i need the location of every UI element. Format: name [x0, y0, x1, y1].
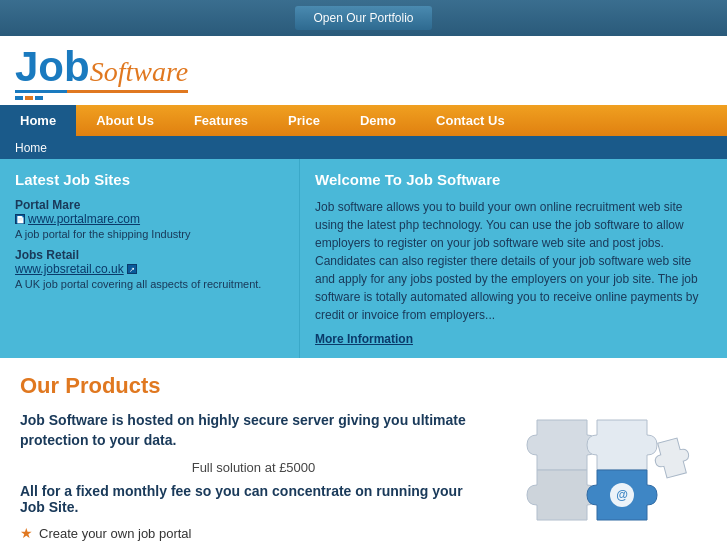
- breadcrumb-home[interactable]: Home: [15, 141, 47, 155]
- products-title: Our Products: [20, 373, 487, 399]
- left-panel: Latest Job Sites Portal Mare 📄 www.porta…: [0, 159, 300, 358]
- products-section: Our Products Job Software is hosted on h…: [0, 358, 727, 545]
- breadcrumb-bar: Home: [0, 136, 727, 159]
- site-url-1[interactable]: 📄 www.portalmare.com: [15, 212, 284, 226]
- products-left: Our Products Job Software is hosted on h…: [20, 373, 487, 545]
- right-panel-title: Welcome To Job Software: [315, 171, 712, 188]
- main-content: Latest Job Sites Portal Mare 📄 www.porta…: [0, 159, 727, 358]
- nav-item-price[interactable]: Price: [268, 105, 340, 136]
- logo: JobSoftware: [15, 46, 188, 100]
- site-desc-1: A job portal for the shipping Industry: [15, 228, 284, 240]
- nav-item-contact[interactable]: Contact Us: [416, 105, 525, 136]
- logo-job: Job: [15, 43, 90, 90]
- nav-item-about[interactable]: About Us: [76, 105, 174, 136]
- logo-software: Software: [90, 56, 189, 87]
- svg-text:@: @: [616, 488, 628, 502]
- site-url-2[interactable]: www.jobsretail.co.uk ↗: [15, 262, 284, 276]
- bullet-list: ★ Create your own job portal ★ Target jo…: [20, 525, 487, 545]
- logo-underline: [15, 90, 188, 93]
- products-right: @: [507, 373, 707, 545]
- top-bar: Open Our Portfolio: [0, 0, 727, 36]
- site-name-2: Jobs Retail: [15, 248, 284, 262]
- portfolio-button[interactable]: Open Our Portfolio: [295, 6, 431, 30]
- fixed-fee-text: All for a fixed monthly fee so you can c…: [20, 483, 487, 515]
- nav-item-features[interactable]: Features: [174, 105, 268, 136]
- nav-item-home[interactable]: Home: [0, 105, 76, 136]
- full-solution-text: Full solution at £5000: [20, 460, 487, 475]
- external-icon-1: 📄: [15, 214, 25, 224]
- star-icon-1: ★: [20, 525, 33, 541]
- site-name-1: Portal Mare: [15, 198, 284, 212]
- header: JobSoftware: [0, 36, 727, 105]
- welcome-body-text: Job software allows you to build your ow…: [315, 198, 712, 324]
- site-desc-2: A UK job portal covering all aspects of …: [15, 278, 284, 290]
- left-panel-title: Latest Job Sites: [15, 171, 284, 188]
- external-icon-2: ↗: [127, 264, 137, 274]
- bullet-item-1: ★ Create your own job portal: [20, 525, 487, 541]
- right-panel: Welcome To Job Software Job software all…: [300, 159, 727, 358]
- puzzle-image: @: [517, 400, 697, 540]
- nav-item-demo[interactable]: Demo: [340, 105, 416, 136]
- products-secure-text: Job Software is hosted on highly secure …: [20, 411, 487, 450]
- more-info-link[interactable]: More Information: [315, 332, 712, 346]
- main-nav: Home About Us Features Price Demo Contac…: [0, 105, 727, 136]
